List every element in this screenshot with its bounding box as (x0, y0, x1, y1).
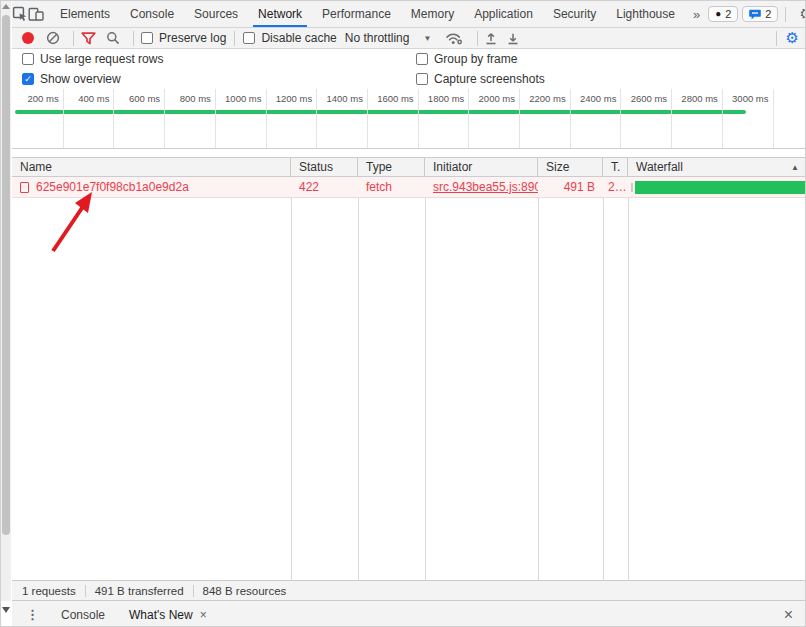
transferred-size: 491 B transferred (95, 585, 184, 597)
timeline-tick-label: 1600 ms (358, 93, 414, 104)
tab-console[interactable]: Console (120, 1, 184, 27)
timeline-tick-label: 400 ms (53, 93, 109, 104)
settings-gear-icon[interactable]: ⚙ (793, 5, 806, 23)
column-header-status[interactable]: Status (291, 158, 358, 176)
show-overview-checkbox[interactable]: ✓ (22, 73, 34, 85)
divider (133, 31, 134, 46)
request-waterfall-cell[interactable] (628, 177, 806, 197)
drawer-close-icon[interactable]: × (784, 606, 806, 624)
tab-security[interactable]: Security (543, 1, 606, 27)
column-header-size[interactable]: Size (538, 158, 603, 176)
more-tabs-button[interactable]: » (685, 7, 708, 22)
scrollbar-thumb[interactable] (2, 15, 10, 535)
timeline-tick-label: 2200 ms (510, 93, 566, 104)
spacer (12, 149, 806, 157)
column-divider[interactable] (425, 177, 426, 580)
waterfall-bar (635, 181, 806, 194)
timeline-tick-label: 1200 ms (256, 93, 312, 104)
inspect-element-icon[interactable] (12, 1, 28, 27)
device-toolbar-icon[interactable] (28, 1, 44, 27)
timeline-tick-label: 3000 ms (713, 93, 769, 104)
timeline-tick-label: 2600 ms (611, 93, 667, 104)
timeline-tick-label: 200 ms (12, 93, 59, 104)
tab-memory[interactable]: Memory (401, 1, 464, 27)
throttling-value: No throttling (345, 31, 410, 45)
column-header-name[interactable]: Name (12, 158, 291, 176)
export-har-icon[interactable] (507, 32, 519, 45)
divider (776, 31, 777, 46)
timeline-tick-label: 1000 ms (206, 93, 262, 104)
column-divider[interactable] (291, 177, 292, 580)
import-har-icon[interactable] (485, 32, 497, 45)
use-large-rows-checkbox[interactable] (22, 53, 34, 65)
issues-count: 2 (765, 8, 771, 20)
drawer-tab-console[interactable]: Console (49, 601, 117, 627)
divider (85, 585, 86, 597)
tab-performance[interactable]: Performance (312, 1, 401, 27)
preserve-log-label: Preserve log (159, 31, 226, 45)
preserve-log-checkbox[interactable] (141, 32, 153, 44)
resources-size: 848 B resources (203, 585, 287, 597)
capture-screenshots-checkbox[interactable] (416, 73, 428, 85)
record-network-log-button[interactable] (22, 32, 34, 44)
column-divider[interactable] (603, 177, 604, 580)
disable-cache-checkbox[interactable] (243, 32, 255, 44)
network-summary-bar: 1 requests 491 B transferred 848 B resou… (12, 580, 806, 600)
column-divider[interactable] (628, 177, 629, 580)
page-scrollbar[interactable] (1, 1, 12, 627)
use-large-rows-label: Use large request rows (40, 52, 163, 66)
network-conditions-icon[interactable] (445, 31, 464, 45)
tab-application[interactable]: Application (464, 1, 543, 27)
devtools-window: ElementsConsoleSourcesNetworkPerformance… (0, 0, 806, 627)
network-options: Use large request rows Group by frame ✓ … (12, 49, 806, 89)
tab-sources[interactable]: Sources (184, 1, 248, 27)
capture-screenshots-label: Capture screenshots (434, 72, 545, 86)
search-icon[interactable] (106, 31, 120, 45)
tab-close-icon[interactable]: × (200, 608, 207, 622)
column-divider[interactable] (358, 177, 359, 580)
scrollbar-down-arrow-icon[interactable] (2, 607, 10, 613)
timeline-gridline (773, 89, 774, 148)
disable-cache-label: Disable cache (261, 31, 336, 45)
request-status-cell: 422 (291, 177, 358, 197)
overview-green-bar (15, 110, 746, 114)
issues-bubble-icon (749, 9, 761, 20)
request-initiator-link[interactable]: src.943bea55.js:890 (425, 177, 538, 197)
issues-badge[interactable]: 2 (742, 6, 778, 22)
divider (73, 31, 74, 46)
filter-icon[interactable] (81, 32, 96, 45)
network-overview-timeline[interactable]: 200 ms400 ms600 ms800 ms1000 ms1200 ms14… (12, 89, 806, 149)
divider (234, 31, 235, 46)
timeline-tick-label: 2000 ms (459, 93, 515, 104)
tab-lighthouse[interactable]: Lighthouse (606, 1, 685, 27)
waterfall-start-tick (631, 183, 633, 192)
tab-network[interactable]: Network (248, 1, 312, 27)
requests-table-body: 625e901e7f0f98cb1a0e9d2a 422 fetch src.9… (12, 177, 806, 580)
tab-elements[interactable]: Elements (50, 1, 120, 27)
error-dot-icon: ● (715, 9, 721, 19)
timeline-tick-label: 1800 ms (408, 93, 464, 104)
request-row[interactable]: 625e901e7f0f98cb1a0e9d2a 422 fetch src.9… (12, 177, 806, 198)
column-header-time[interactable]: T. (603, 158, 628, 176)
drawer-tabbar: ⋮ Console What's New × × (12, 600, 806, 627)
clear-network-log-icon[interactable] (46, 31, 60, 45)
column-divider[interactable] (538, 177, 539, 580)
divider (785, 7, 786, 22)
console-errors-badge[interactable]: ● 2 (708, 6, 738, 22)
column-header-initiator[interactable]: Initiator (425, 158, 538, 176)
group-by-frame-label: Group by frame (434, 52, 517, 66)
request-time-cell: 2… (603, 177, 628, 197)
request-name-cell[interactable]: 625e901e7f0f98cb1a0e9d2a (12, 177, 291, 197)
scrollbar-up-arrow-icon[interactable] (2, 4, 10, 9)
column-header-type[interactable]: Type (358, 158, 425, 176)
timeline-tick-label: 600 ms (104, 93, 160, 104)
requests-table-header: Name Status Type Initiator Size T. Water… (12, 157, 806, 177)
group-by-frame-checkbox[interactable] (416, 53, 428, 65)
column-header-waterfall[interactable]: Waterfall ▲ (628, 158, 806, 176)
drawer-tab-whats-new[interactable]: What's New × (117, 601, 219, 627)
red-annotation-arrow (12, 177, 806, 580)
timeline-tick-label: 2400 ms (560, 93, 616, 104)
throttling-dropdown[interactable]: No throttling ▼ (345, 31, 432, 45)
drawer-menu-kebab-icon[interactable]: ⋮ (12, 607, 49, 622)
network-settings-gear-icon[interactable]: ⚙ (786, 29, 799, 47)
